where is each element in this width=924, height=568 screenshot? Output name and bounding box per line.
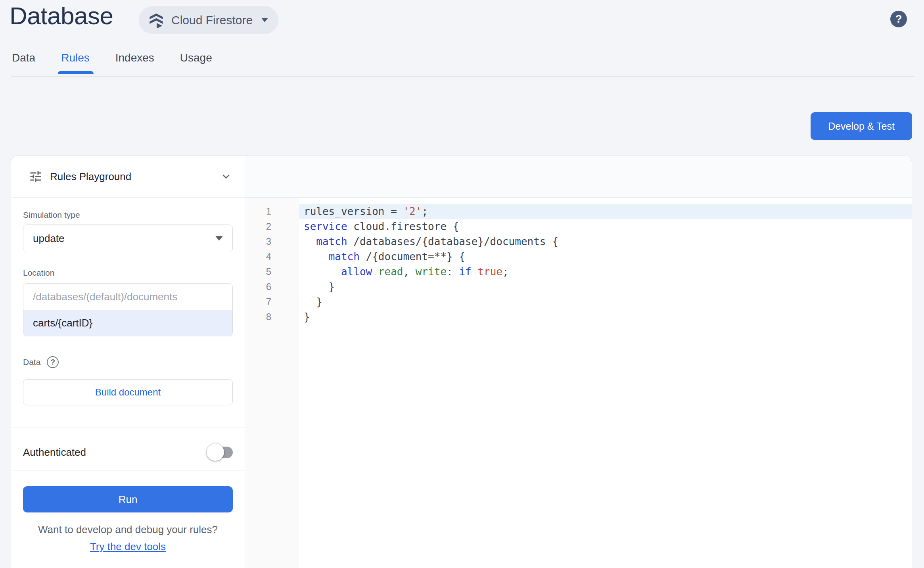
- firestore-icon: [148, 12, 164, 28]
- rules-playground-panel: Rules Playground Simulation type update …: [11, 156, 245, 568]
- code-text: service cloud.firestore {: [299, 219, 912, 234]
- tab-indexes[interactable]: Indexes: [115, 52, 154, 74]
- line-number: 3: [245, 234, 299, 249]
- toggle-thumb: [207, 443, 224, 461]
- code-line: 8}: [245, 309, 912, 324]
- location-label: Location: [23, 268, 233, 278]
- help-button[interactable]: ?: [890, 11, 907, 27]
- code-region: 1rules_version = '2';2service cloud.fire…: [245, 198, 912, 568]
- chevron-down-icon: [219, 170, 233, 183]
- editor-toolbar: [245, 156, 912, 198]
- code-lines[interactable]: 1rules_version = '2';2service cloud.fire…: [245, 198, 912, 324]
- code-text: rules_version = '2';: [299, 204, 912, 219]
- caret-down-icon: [261, 18, 268, 22]
- line-number: 8: [245, 309, 299, 324]
- code-text: }: [299, 309, 912, 324]
- tune-icon: [29, 169, 43, 184]
- data-help-icon[interactable]: ?: [47, 356, 59, 368]
- dev-tools-link[interactable]: Try the dev tools: [90, 541, 166, 553]
- code-text: }: [299, 279, 912, 294]
- product-selector[interactable]: Cloud Firestore: [139, 6, 278, 34]
- page-title: Database: [10, 2, 113, 30]
- panel-title: Rules Playground: [50, 171, 219, 183]
- code-line: 3 match /databases/{database}/documents …: [245, 234, 912, 249]
- rules-editor: 1rules_version = '2';2service cloud.fire…: [245, 156, 912, 568]
- simulation-type-select[interactable]: update: [23, 225, 233, 252]
- tab-usage[interactable]: Usage: [180, 52, 212, 74]
- code-text: allow read, write: if true;: [299, 264, 912, 279]
- code-text: match /{document=**} {: [299, 249, 912, 264]
- code-line: 7 }: [245, 294, 912, 309]
- line-number: 7: [245, 294, 299, 309]
- rules-card: Rules Playground Simulation type update …: [11, 155, 912, 568]
- simulation-type-value: update: [33, 232, 215, 245]
- panel-body: Simulation type update Location /databas…: [11, 198, 245, 568]
- build-document-button[interactable]: Build document: [23, 379, 233, 405]
- tab-data[interactable]: Data: [12, 52, 35, 74]
- code-text: match /databases/{database}/documents {: [299, 234, 912, 249]
- code-line: 6 }: [245, 279, 912, 294]
- data-label: Data: [23, 357, 40, 367]
- line-number: 4: [245, 249, 299, 264]
- code-text: }: [299, 294, 912, 309]
- code-line: 1rules_version = '2';: [245, 204, 912, 219]
- code-line: 2service cloud.firestore {: [245, 219, 912, 234]
- line-number: 6: [245, 279, 299, 294]
- location-field: /databases/(default)/documents carts/{ca…: [23, 283, 233, 336]
- line-number: 1: [245, 204, 299, 219]
- simulation-type-label: Simulation type: [23, 210, 233, 220]
- line-number: 5: [245, 264, 299, 279]
- select-caret-icon: [215, 236, 223, 241]
- product-selector-label: Cloud Firestore: [171, 13, 253, 27]
- location-input[interactable]: carts/{cartID}: [23, 310, 232, 336]
- authenticated-row: Authenticated: [23, 443, 233, 461]
- develop-and-test-button[interactable]: Develop & Test: [811, 112, 912, 140]
- line-number: 2: [245, 219, 299, 234]
- dev-tools-question: Want to develop and debug your rules?: [23, 524, 233, 536]
- tab-rules[interactable]: Rules: [61, 52, 90, 74]
- tab-bar: DataRulesIndexesUsage: [12, 52, 238, 74]
- section-divider: [11, 428, 245, 428]
- code-line: 5 allow read, write: if true;: [245, 264, 912, 279]
- data-row: Data ?: [23, 356, 233, 368]
- section-divider: [11, 470, 245, 470]
- run-button[interactable]: Run: [23, 486, 233, 512]
- authenticated-toggle[interactable]: [207, 443, 233, 461]
- code-line: 4 match /{document=**} {: [245, 249, 912, 264]
- help-icon: ?: [895, 13, 902, 25]
- rules-playground-header[interactable]: Rules Playground: [11, 156, 245, 198]
- tabbar-divider: [11, 76, 914, 77]
- location-prefix: /databases/(default)/documents: [23, 284, 232, 310]
- authenticated-label: Authenticated: [23, 446, 86, 459]
